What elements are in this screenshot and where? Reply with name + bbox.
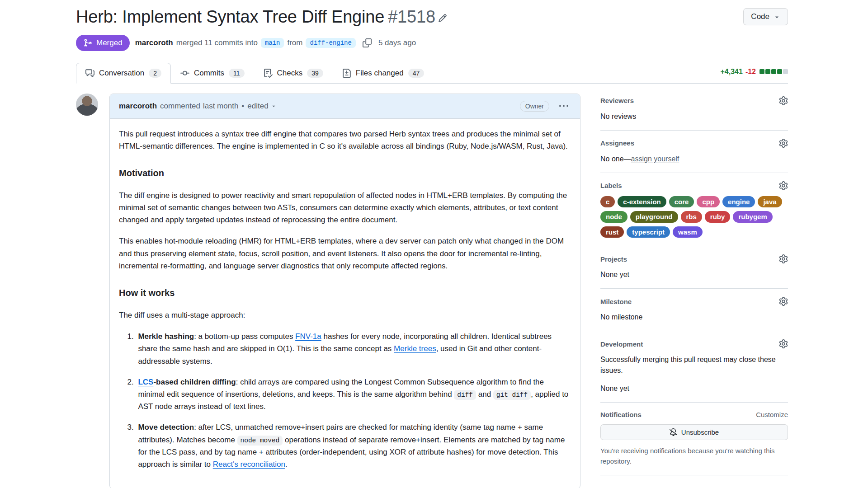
- gear-icon: [779, 254, 788, 263]
- unsubscribe-button[interactable]: Unsubscribe: [600, 424, 788, 440]
- development-empty-text: None yet: [600, 383, 788, 394]
- heading-how-it-works: How it works: [119, 286, 571, 300]
- author-link[interactable]: marcoroth: [135, 38, 173, 47]
- reviewers-settings-button[interactable]: [779, 96, 788, 105]
- unsubscribe-label: Unsubscribe: [681, 428, 719, 436]
- tab-label: Files changed: [356, 69, 404, 78]
- tab-count: 39: [307, 69, 323, 78]
- code-span: node_moved: [237, 436, 283, 446]
- kebab-icon: [559, 102, 568, 111]
- tab-conversation[interactable]: Conversation 2: [76, 63, 171, 84]
- copy-branch-button[interactable]: [360, 36, 374, 50]
- milestone-empty-text: No milestone: [600, 312, 788, 323]
- sidebar-section-projects: Projects None yet: [600, 246, 788, 289]
- assignees-heading: Assignees: [600, 139, 634, 147]
- milestone-heading: Milestone: [600, 298, 632, 305]
- tab-label: Conversation: [99, 69, 144, 78]
- code-span: git diff: [493, 390, 531, 400]
- gear-icon: [779, 339, 788, 348]
- list-item: Move detection: after LCS, unmatched rem…: [136, 421, 571, 470]
- diff-block: [760, 69, 764, 74]
- merge-byline: marcoroth merged 11 commits into main fr…: [135, 36, 416, 50]
- label-pill[interactable]: c: [600, 196, 615, 208]
- paragraph: The diff engine is designed to power rea…: [119, 189, 571, 226]
- label-pill[interactable]: c-extension: [618, 196, 666, 208]
- paragraph: This enables hot-module reloading (HMR) …: [119, 235, 571, 272]
- label-pill[interactable]: core: [669, 196, 694, 208]
- dot-separator: •: [241, 102, 244, 111]
- pr-number: #1518: [388, 7, 435, 26]
- projects-settings-button[interactable]: [779, 254, 788, 263]
- label-pill[interactable]: rust: [600, 226, 624, 238]
- head-branch-label[interactable]: diff-engine: [306, 38, 355, 48]
- comment-author-link[interactable]: marcoroth: [119, 102, 157, 111]
- notifications-heading: Notifications: [600, 411, 642, 418]
- status-badge-label: Merged: [96, 38, 123, 47]
- edited-dropdown[interactable]: edited: [247, 102, 276, 111]
- label-pill[interactable]: wasm: [673, 226, 703, 238]
- owner-badge: Owner: [520, 101, 549, 112]
- reviewers-heading: Reviewers: [600, 97, 634, 104]
- assign-yourself-link[interactable]: assign yourself: [631, 155, 679, 163]
- label-pill[interactable]: rbs: [681, 211, 702, 223]
- code-button[interactable]: Code: [743, 8, 788, 25]
- label-pill[interactable]: cpp: [697, 196, 720, 208]
- avatar[interactable]: [76, 94, 98, 116]
- assignees-settings-button[interactable]: [779, 139, 788, 148]
- label-pill[interactable]: node: [600, 211, 627, 223]
- pr-header: Herb: Implement Syntax Tree Diff Engine#…: [76, 6, 788, 28]
- label-pill[interactable]: ruby: [705, 211, 731, 223]
- notifications-caption: You're receiving notifications because y…: [600, 446, 788, 467]
- list-item: Merkle hashing: a bottom-up pass compute…: [136, 330, 571, 367]
- file-diff-icon: [342, 69, 351, 78]
- edit-title-button[interactable]: [435, 11, 450, 25]
- diffstat: +4,341 -12: [720, 68, 788, 83]
- development-settings-button[interactable]: [779, 339, 788, 348]
- assignees-empty-text: No one—: [600, 155, 631, 163]
- tab-checks[interactable]: Checks 39: [254, 63, 333, 84]
- label-pill[interactable]: typescript: [627, 226, 670, 238]
- tab-count: 11: [229, 69, 245, 78]
- comment-header: marcoroth commented last month • edited …: [110, 94, 580, 119]
- comment-timestamp-link[interactable]: last month: [203, 102, 238, 111]
- labels-settings-button[interactable]: [779, 181, 788, 190]
- gear-icon: [779, 297, 788, 306]
- gear-icon: [779, 181, 788, 190]
- list-item: LCS-based children diffing: child arrays…: [136, 376, 571, 413]
- bell-slash-icon: [670, 428, 677, 436]
- git-merge-icon: [83, 38, 92, 47]
- sidebar-section-milestone: Milestone No milestone: [600, 289, 788, 331]
- sidebar-section-development: Development Successfully merging this pu…: [600, 331, 788, 403]
- link-lcs[interactable]: LCS: [138, 378, 153, 386]
- sidebar-section-assignees: Assignees No one—assign yourself: [600, 131, 788, 173]
- pencil-icon: [438, 14, 447, 23]
- projects-empty-text: None yet: [600, 269, 788, 280]
- git-commit-icon: [180, 69, 189, 78]
- pr-tab-nav: Conversation 2 Commits 11 Checks 39 File…: [76, 63, 788, 84]
- tab-commits[interactable]: Commits 11: [171, 63, 254, 84]
- milestone-settings-button[interactable]: [779, 297, 788, 306]
- checklist-icon: [264, 69, 273, 78]
- label-pill[interactable]: playground: [630, 211, 678, 223]
- link-fnv1a[interactable]: FNV-1a: [295, 332, 321, 341]
- chevron-down-icon: [271, 103, 277, 109]
- link-merkle-trees[interactable]: Merkle trees: [394, 344, 436, 353]
- customize-link[interactable]: Customize: [756, 411, 788, 418]
- label-pill[interactable]: java: [758, 196, 782, 208]
- comment: marcoroth commented last month • edited …: [109, 94, 580, 488]
- label-pill[interactable]: rubygem: [733, 211, 772, 223]
- from-text: from: [287, 38, 302, 47]
- bold-text: Move detection: [138, 423, 194, 432]
- comment-options-button[interactable]: [557, 99, 571, 113]
- paragraph: This pull request introduces a syntax tr…: [119, 128, 571, 152]
- comment-body: This pull request introduces a syntax tr…: [110, 119, 580, 488]
- base-branch-label[interactable]: main: [261, 38, 284, 48]
- heading-motivation: Motivation: [119, 166, 571, 180]
- text: and: [476, 390, 493, 399]
- tab-files-changed[interactable]: Files changed 47: [333, 63, 434, 84]
- label-pill[interactable]: engine: [722, 196, 755, 208]
- link-react-reconciliation[interactable]: React's reconciliation: [213, 460, 285, 469]
- bold-text: -based children diffing: [153, 378, 236, 386]
- diffstat-deletions: -12: [745, 68, 756, 76]
- projects-heading: Projects: [600, 255, 627, 263]
